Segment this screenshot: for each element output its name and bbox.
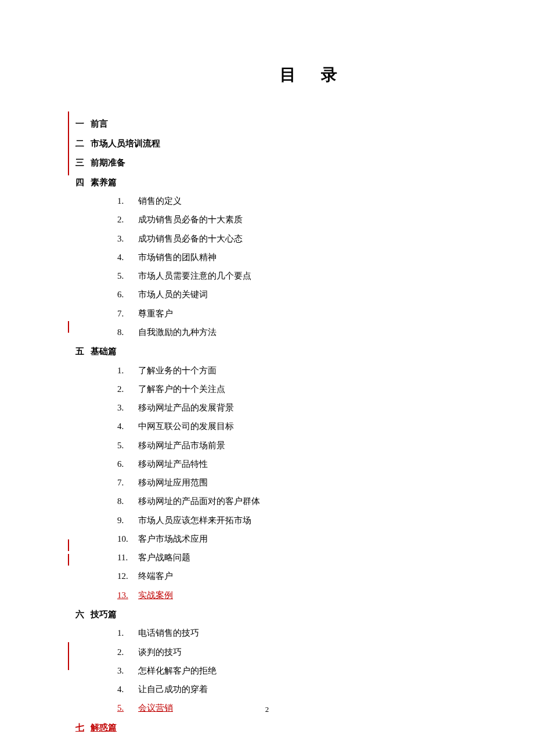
- item-text: 成功销售员必备的十大素质: [138, 210, 243, 229]
- toc-item: 4.让自己成功的穿着: [114, 680, 459, 699]
- item-text: 市场人员需要注意的几个要点: [138, 267, 251, 285]
- revision-mark: [68, 321, 69, 333]
- toc-item: 6.市场人员的关键词: [114, 285, 459, 304]
- page-number: 2: [0, 705, 534, 714]
- document-page: 目 录 一前言二市场人员培训流程三前期准备四素养篇1.销售的定义2.成功销售员必…: [0, 0, 534, 756]
- item-number: 11.: [114, 548, 138, 567]
- toc-item: 6.移动网址产品特性: [114, 455, 459, 473]
- item-number: 4.: [114, 680, 138, 699]
- section-label: 前期准备: [91, 158, 125, 167]
- page-title: 目 录: [75, 64, 459, 86]
- toc-item: 5.市场人员需要注意的几个要点: [114, 267, 459, 285]
- item-number: 2.: [114, 643, 138, 661]
- section-number: 一: [75, 115, 91, 134]
- item-text: 市场人员应该怎样来开拓市场: [138, 511, 251, 530]
- section-label: 市场人员培训流程: [91, 139, 160, 148]
- item-text: 客户战略问题: [138, 548, 190, 567]
- toc-item: 7.尊重客户: [114, 304, 459, 323]
- section-number: 二: [75, 135, 91, 153]
- item-number: 5.: [114, 267, 138, 285]
- toc-item: 2.谈判的技巧: [114, 643, 459, 661]
- section-label: 前言: [91, 119, 108, 128]
- section-label: 技巧篇: [91, 610, 117, 619]
- toc-section: 四素养篇: [75, 174, 459, 192]
- toc-item: 2.了解客户的十个关注点: [114, 380, 459, 398]
- item-number: 9.: [114, 511, 138, 530]
- toc-item: 1.电话销售的技巧: [114, 624, 459, 642]
- toc-item: 8.自我激励的九种方法: [114, 323, 459, 341]
- section-label: 素养篇: [91, 178, 117, 187]
- item-number: 6.: [114, 285, 138, 304]
- revision-mark: [68, 539, 69, 551]
- toc-item: 4.市场销售的团队精神: [114, 248, 459, 267]
- item-number: 3.: [114, 661, 138, 680]
- section-items: 1.电话销售的技巧2.谈判的技巧3.怎样化解客户的拒绝4.让自己成功的穿着5.会…: [75, 624, 459, 717]
- item-number: 4.: [114, 417, 138, 435]
- item-text: 自我激励的九种方法: [138, 323, 217, 341]
- item-number: 2.: [114, 210, 138, 229]
- item-text: 市场人员的关键词: [138, 285, 208, 304]
- item-number: 2.: [114, 380, 138, 398]
- revision-mark: [68, 642, 69, 670]
- item-number: 3.: [114, 229, 138, 248]
- toc-item: 1.了解业务的十个方面: [114, 361, 459, 380]
- revision-mark: [68, 111, 69, 175]
- section-label: 解惑篇: [91, 723, 117, 732]
- toc-item: 8.移动网址的产品面对的客户群体: [114, 492, 459, 510]
- item-number: 6.: [114, 455, 138, 473]
- item-number: 1.: [114, 361, 138, 380]
- toc-item: 4.中网互联公司的发展目标: [114, 417, 459, 435]
- toc-item: 7.移动网址应用范围: [114, 473, 459, 492]
- item-text: 让自己成功的穿着: [138, 680, 208, 699]
- table-of-contents: 一前言二市场人员培训流程三前期准备四素养篇1.销售的定义2.成功销售员必备的十大…: [75, 115, 459, 737]
- toc-section: 三前期准备: [75, 154, 459, 172]
- item-number: 3.: [114, 398, 138, 417]
- item-text: 成功销售员必备的十大心态: [138, 229, 243, 248]
- item-text: 了解客户的十个关注点: [138, 380, 225, 398]
- section-number: 四: [75, 174, 91, 192]
- item-text: 移动网址应用范围: [138, 473, 208, 492]
- item-text: 移动网址的产品面对的客户群体: [138, 492, 260, 510]
- toc-section: 六技巧篇: [75, 606, 459, 624]
- item-text: 电话销售的技巧: [138, 624, 199, 642]
- toc-section: 一前言: [75, 115, 459, 134]
- item-text: 终端客户: [138, 567, 173, 585]
- revision-mark: [68, 554, 69, 566]
- item-text: 谈判的技巧: [138, 643, 182, 661]
- toc-item: 10.客户市场战术应用: [114, 530, 459, 548]
- section-number: 五: [75, 343, 91, 361]
- toc-section: 七解惑篇: [75, 719, 459, 737]
- section-number: 三: [75, 154, 91, 172]
- item-number: 1.: [114, 624, 138, 642]
- item-number: 12.: [114, 567, 138, 585]
- item-text: 客户市场战术应用: [138, 530, 208, 548]
- item-number: 7.: [114, 473, 138, 492]
- section-items: 1.销售的定义2.成功销售员必备的十大素质3.成功销售员必备的十大心态4.市场销…: [75, 192, 459, 341]
- item-number: 5.: [114, 436, 138, 455]
- item-text: 了解业务的十个方面: [138, 361, 217, 380]
- item-text: 移动网址产品的发展背景: [138, 398, 234, 417]
- section-items: 1.了解业务的十个方面2.了解客户的十个关注点3.移动网址产品的发展背景4.中网…: [75, 361, 459, 604]
- item-text: 移动网址产品特性: [138, 455, 208, 473]
- item-number: 4.: [114, 248, 138, 267]
- toc-item: 2.成功销售员必备的十大素质: [114, 210, 459, 229]
- item-text: 市场销售的团队精神: [138, 248, 217, 267]
- toc-item: 12.终端客户: [114, 567, 459, 585]
- section-number: 六: [75, 606, 91, 624]
- toc-item: 9.市场人员应该怎样来开拓市场: [114, 511, 459, 530]
- toc-item: 11.客户战略问题: [114, 548, 459, 567]
- toc-item: 13.实战案例: [114, 586, 459, 604]
- toc-item: 3.成功销售员必备的十大心态: [114, 229, 459, 248]
- toc-section: 二市场人员培训流程: [75, 135, 459, 153]
- toc-item: 3.移动网址产品的发展背景: [114, 398, 459, 417]
- item-number: 8.: [114, 492, 138, 510]
- item-number: 1.: [114, 192, 138, 210]
- toc-item: 5.移动网址产品市场前景: [114, 436, 459, 455]
- item-text: 中网互联公司的发展目标: [138, 417, 234, 435]
- section-number: 七: [75, 719, 91, 737]
- item-text: 尊重客户: [138, 304, 173, 323]
- item-text: 销售的定义: [138, 192, 182, 210]
- item-text: 怎样化解客户的拒绝: [138, 661, 217, 680]
- toc-section: 五基础篇: [75, 343, 459, 361]
- toc-item: 1.销售的定义: [114, 192, 459, 210]
